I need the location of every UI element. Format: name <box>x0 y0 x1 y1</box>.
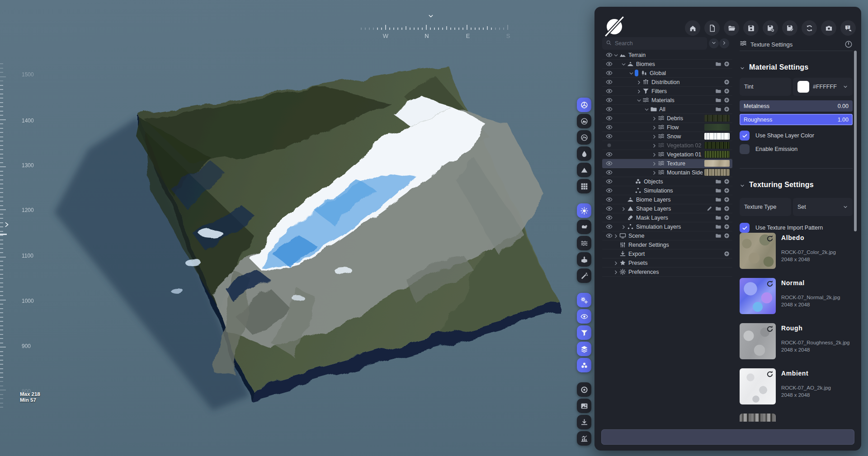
add-icon[interactable] <box>724 224 730 230</box>
sync-button[interactable] <box>802 20 817 36</box>
add-icon[interactable] <box>724 179 730 184</box>
visibility-eye-icon[interactable] <box>606 97 613 104</box>
visibility-eye-icon[interactable] <box>606 178 613 185</box>
add-icon[interactable] <box>724 79 730 85</box>
tree-row-preferences[interactable]: Preferences <box>602 268 732 277</box>
chevron-right-icon[interactable] <box>651 142 658 149</box>
mountain-tool-button[interactable] <box>577 163 591 177</box>
tree-row-objects[interactable]: Objects <box>602 177 732 186</box>
add-icon[interactable] <box>724 61 730 67</box>
reload-map-icon[interactable] <box>766 325 774 333</box>
wand-tool-button[interactable] <box>577 268 591 283</box>
chevron-right-icon[interactable] <box>636 79 642 85</box>
tree-row-filters[interactable]: Filters <box>602 87 732 96</box>
tree-row-all[interactable]: All <box>602 105 732 114</box>
save-edit-button[interactable] <box>782 20 797 36</box>
tree-row-terrain[interactable]: Terrain <box>602 51 732 60</box>
folder-icon[interactable] <box>715 179 721 184</box>
visibility-eye-icon[interactable] <box>606 232 613 240</box>
settings-scrollbar[interactable] <box>854 51 857 231</box>
tree-row-mountain-side[interactable]: Mountain Side <box>602 168 732 177</box>
visibility-eye-icon[interactable] <box>606 124 613 131</box>
crate-tool-button[interactable] <box>577 252 591 267</box>
checkbox-unchecked[interactable] <box>740 144 750 154</box>
chevron-right-icon[interactable] <box>613 260 619 266</box>
add-icon[interactable] <box>724 88 730 94</box>
tree-row-global[interactable]: Global <box>602 69 732 78</box>
add-icon[interactable] <box>724 233 730 239</box>
folder-icon[interactable] <box>715 206 721 212</box>
tree-row-render-settings[interactable]: Render Settings <box>602 240 732 249</box>
texture-map-card-albedo[interactable]: AlbedoROCK-07_Color_2k.jpg2048 x 2048 <box>740 233 853 269</box>
visibility-eye-icon[interactable] <box>606 115 613 122</box>
folder-icon[interactable] <box>715 224 721 230</box>
clouds-tool-button[interactable] <box>577 220 591 234</box>
chart-tool-button[interactable] <box>577 431 591 446</box>
visibility-eye-icon[interactable] <box>606 160 613 167</box>
tree-row-biome-layers[interactable]: Biome Layers <box>602 195 732 204</box>
gears-tool-button[interactable] <box>577 293 591 307</box>
layer-thumbnail[interactable] <box>704 169 730 176</box>
tree-row-simulation-layers[interactable]: Simulation Layers <box>602 222 732 231</box>
visibility-eye-icon[interactable] <box>606 214 613 221</box>
texture-map-card-normal[interactable]: NormalROCK-07_Normal_2k.jpg2048 x 2048 <box>740 278 853 314</box>
tree-row-distribution[interactable]: Distribution <box>602 78 732 87</box>
layer-thumbnail[interactable] <box>704 160 730 167</box>
tree-row-simulations[interactable]: Simulations <box>602 186 732 195</box>
add-icon[interactable] <box>724 97 730 103</box>
sphere-seg-tool-button[interactable] <box>577 98 591 112</box>
visibility-eye-icon[interactable] <box>606 70 613 77</box>
texturing-settings-header[interactable]: Texturing Settings <box>740 181 814 189</box>
download-tool-button[interactable] <box>577 415 591 429</box>
chevron-right-icon[interactable] <box>651 124 658 131</box>
search-input[interactable] <box>615 40 703 47</box>
layer-thumbnail[interactable] <box>704 124 730 131</box>
power-toggle-icon[interactable] <box>844 40 853 48</box>
sun-tool-button[interactable] <box>577 203 591 218</box>
texture-map-card-ambient[interactable]: AmbientROCK-07_AO_2k.jpg2048 x 2048 <box>740 368 853 404</box>
objects-tool-button[interactable] <box>577 358 591 372</box>
layer-thumbnail[interactable] <box>704 142 730 149</box>
app-logo[interactable] <box>603 15 626 38</box>
chevron-right-icon[interactable] <box>651 169 658 176</box>
tree-row-texture[interactable]: Texture <box>602 159 732 168</box>
chevron-right-icon[interactable] <box>613 269 619 275</box>
visibility-eye-icon[interactable] <box>606 151 613 158</box>
grid-tool-button[interactable] <box>577 179 591 193</box>
add-icon[interactable] <box>724 188 730 193</box>
tree-row-biomes[interactable]: Biomes <box>602 60 732 69</box>
search-bar[interactable] <box>602 37 707 50</box>
layer-thumbnail[interactable] <box>704 133 730 140</box>
visibility-eye-icon[interactable] <box>606 133 613 140</box>
metalness-slider[interactable]: Metalness0.00 <box>740 100 853 112</box>
help-button[interactable]: ? <box>840 20 856 36</box>
open-folder-button[interactable] <box>724 20 739 36</box>
visibility-eye-icon[interactable] <box>606 205 613 212</box>
add-icon[interactable] <box>724 106 730 112</box>
tree-row-debris[interactable]: Debris <box>602 114 732 123</box>
tree-row-mask-layers[interactable]: Mask Layers <box>602 213 732 222</box>
checkbox-row-use-shape-layer-color[interactable]: Use Shape Layer Color <box>740 131 814 141</box>
tree-row-vegetation-01[interactable]: Vegetation 01 <box>602 150 732 159</box>
search-next-button[interactable] <box>719 38 729 48</box>
tree-row-shape-layers[interactable]: Shape Layers <box>602 204 732 213</box>
add-icon[interactable] <box>724 215 730 221</box>
reload-map-icon[interactable] <box>766 235 774 243</box>
chevron-down-icon[interactable] <box>644 106 650 113</box>
screenshot-button[interactable] <box>821 20 836 36</box>
chevron-down-icon[interactable] <box>621 61 627 67</box>
add-icon[interactable] <box>724 206 730 212</box>
texture-map-partial-thumb[interactable] <box>740 414 776 422</box>
tint-value-cell[interactable]: #FFFFFF <box>793 78 853 96</box>
tint-color-swatch[interactable] <box>797 81 809 93</box>
checkbox-row-enable-emission[interactable]: Enable Emission <box>740 144 797 154</box>
chevron-right-icon[interactable] <box>651 133 658 140</box>
checkbox-row-use-texture-import-pattern[interactable]: Use Texture Import Pattern <box>740 223 823 233</box>
pencil-icon[interactable] <box>707 206 712 212</box>
record-tool-button[interactable] <box>577 382 591 397</box>
droplet-tool-button[interactable] <box>577 146 591 161</box>
waves-tool-button[interactable] <box>577 236 591 250</box>
sphere-mountain-tool-button[interactable] <box>577 114 591 128</box>
reload-map-icon[interactable] <box>766 370 774 378</box>
eye-tool-button[interactable] <box>577 309 591 324</box>
